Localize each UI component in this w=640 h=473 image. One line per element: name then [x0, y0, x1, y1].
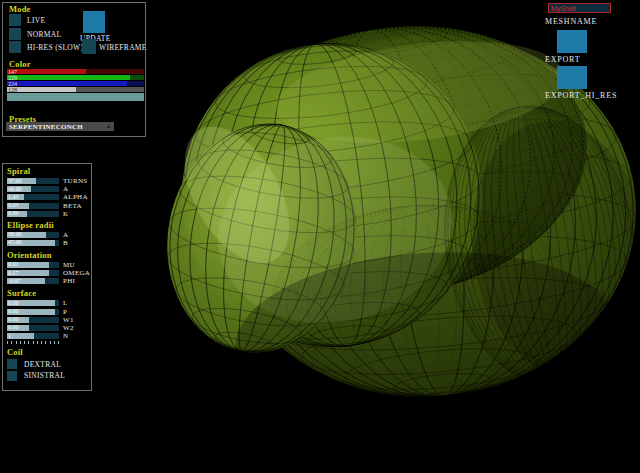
slider-l-label: L: [63, 300, 68, 306]
slider-beta-label: BETA: [63, 203, 82, 209]
live-checkbox[interactable]: [9, 14, 21, 26]
slider-ellipse-a-value: 38.00: [8, 231, 22, 238]
alpha-slider[interactable]: 128: [7, 87, 144, 92]
slider-w2-label: W2: [63, 325, 74, 331]
slider-spiral-a-label: A: [63, 186, 68, 192]
slider-phi-label: PHI: [63, 278, 75, 284]
orientation-section: Orientation 0.01 MU 0.17 OMEGA -0.97 PHI: [7, 251, 91, 284]
green-slider[interactable]: 229: [7, 75, 144, 80]
slider-w2-value: 0.00: [8, 324, 19, 331]
slider-omega-value: 0.17: [8, 270, 19, 277]
slider-n-label: N: [63, 333, 68, 339]
sinistral-label: SINISTRAL: [24, 371, 65, 380]
rgb-sliders: 147 229 224 128: [7, 69, 144, 93]
export-hi-res-button-label: EXPORT_HI_RES: [545, 91, 617, 100]
slider-ellipse-b-value: 45.00: [8, 239, 22, 246]
ellipse-radii-section: Ellipse radii 38.00 A 45.00 B: [7, 221, 91, 246]
blue-slider[interactable]: 224: [7, 81, 144, 86]
slider-omega-label: OMEGA: [63, 270, 90, 276]
normal-label: NORMAL: [27, 30, 61, 39]
coil-section: Coil DEXTRAL SINISTRAL: [7, 348, 91, 381]
slider-mu-value: 0.01: [8, 261, 19, 268]
slider-p-value: 0.00: [8, 308, 19, 315]
dextral-label: DEXTRAL: [24, 360, 61, 369]
surface-section-title: Surface: [7, 289, 91, 298]
color-section-title: Color: [9, 59, 31, 69]
slider-phi-value: -0.97: [8, 278, 21, 285]
slider-spiral-a-value: 46.00: [8, 186, 22, 193]
slider-ellipse-b-label: B: [63, 240, 68, 246]
slider-n-value: 1: [8, 333, 11, 340]
export-panel: MESHNAME EXPORT EXPORT_HI_RES: [545, 0, 640, 110]
ellipse-section-title: Ellipse radii: [7, 221, 91, 230]
live-label: LIVE: [27, 16, 45, 25]
coil-section-title: Coil: [7, 348, 91, 357]
slider-l-value: 0.00: [8, 300, 19, 307]
slider-k-value: 0.86: [8, 210, 19, 217]
update-button[interactable]: [83, 11, 105, 33]
slider-p-label: P: [63, 309, 67, 315]
slider-mu-label: MU: [63, 262, 75, 268]
red-slider[interactable]: 147: [7, 69, 144, 74]
slider-turns-label: TURNS: [63, 178, 87, 184]
sinistral-checkbox[interactable]: [7, 371, 17, 381]
export-button-label: EXPORT: [545, 55, 580, 64]
wireframe-checkbox[interactable]: [82, 39, 96, 54]
slider-omega[interactable]: 0.17 OMEGA: [7, 270, 91, 276]
orientation-section-title: Orientation: [7, 251, 91, 260]
surface-section: Surface 0.00 L 0.00 P 0.00 W1 0.00 W2 1 …: [7, 289, 91, 344]
shell-generator-app: Mode LIVE NORMAL HI-RES (SLOW) UPDATE WI…: [0, 0, 640, 473]
slider-turns-value: 37.69: [8, 178, 22, 185]
slider-w1[interactable]: 0.00 W1: [7, 317, 91, 323]
slider-n[interactable]: 1 N: [7, 333, 91, 339]
mode-section-title: Mode: [9, 4, 31, 14]
parameters-panel: Spiral 37.69 TURNS 46.00 A 1.43 ALPHA 0.…: [2, 163, 92, 391]
slider-ellipse-b[interactable]: 45.00 B: [7, 240, 91, 246]
slider-k[interactable]: 0.86 K: [7, 211, 91, 217]
alpha-slider-value: 128: [8, 87, 17, 94]
slider-alpha-label: ALPHA: [63, 194, 88, 200]
slider-k-label: K: [63, 211, 68, 217]
slider-alpha[interactable]: 1.43 ALPHA: [7, 194, 91, 200]
meshname-input[interactable]: [548, 3, 611, 13]
slider-ellipse-a[interactable]: 38.00 A: [7, 232, 91, 238]
mode-color-presets-panel: Mode LIVE NORMAL HI-RES (SLOW) UPDATE WI…: [2, 2, 146, 137]
slider-ellipse-a-label: A: [63, 232, 68, 238]
export-hi-res-button[interactable]: [557, 66, 587, 89]
hires-label: HI-RES (SLOW): [27, 43, 83, 52]
export-button[interactable]: [557, 30, 587, 53]
spiral-section-title: Spiral: [7, 167, 91, 176]
color-preview-swatch: [7, 93, 144, 101]
presets-dropdown-value: SERPENTINECONCH: [6, 123, 83, 131]
slider-w1-value: 0.00: [8, 316, 19, 323]
slider-beta-value: 0.03: [8, 202, 19, 209]
presets-dropdown[interactable]: SERPENTINECONCH ▲: [6, 122, 114, 131]
slider-beta[interactable]: 0.03 BETA: [7, 203, 91, 209]
n-slider-ticks: [7, 341, 59, 344]
normal-checkbox[interactable]: [9, 28, 21, 40]
slider-l[interactable]: 0.00 L: [7, 300, 91, 306]
hires-checkbox[interactable]: [9, 41, 21, 53]
spiral-section: Spiral 37.69 TURNS 46.00 A 1.43 ALPHA 0.…: [7, 167, 91, 217]
dropdown-caret-icon: ▲: [106, 124, 111, 129]
slider-alpha-value: 1.43: [8, 194, 19, 201]
wireframe-label: WIREFRAME: [99, 43, 147, 52]
slider-w1-label: W1: [63, 317, 74, 323]
slider-w2[interactable]: 0.00 W2: [7, 325, 91, 331]
slider-p[interactable]: 0.00 P: [7, 309, 91, 315]
meshname-label: MESHNAME: [545, 17, 597, 26]
slider-mu[interactable]: 0.01 MU: [7, 262, 91, 268]
dextral-checkbox[interactable]: [7, 359, 17, 369]
slider-turns[interactable]: 37.69 TURNS: [7, 178, 91, 184]
slider-spiral-a[interactable]: 46.00 A: [7, 186, 91, 192]
slider-phi[interactable]: -0.97 PHI: [7, 278, 91, 284]
